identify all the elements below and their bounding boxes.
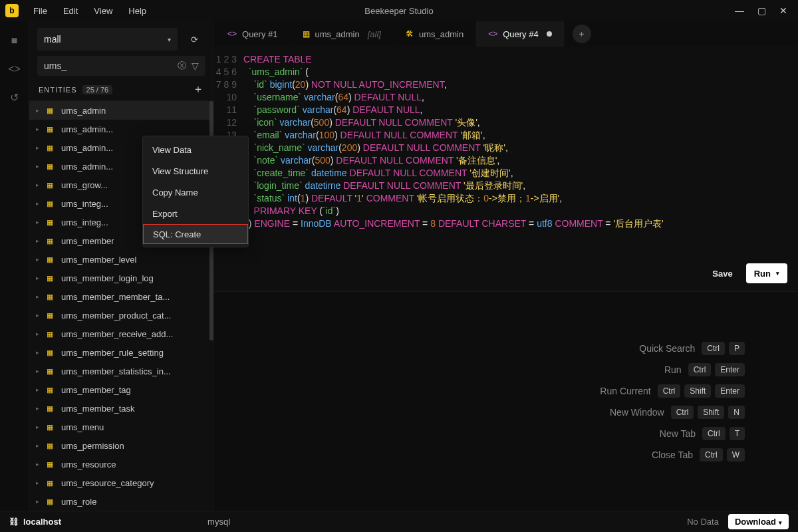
expand-icon[interactable]: ▸: [36, 405, 41, 412]
keycap: Ctrl: [688, 363, 712, 376]
expand-icon[interactable]: ▸: [36, 461, 41, 467]
table-icon: ▦: [47, 255, 56, 264]
history-icon[interactable]: ↺: [8, 90, 21, 104]
sql-editor[interactable]: 1 2 3 4 5 6 7 8 9 10 11 12 13 14 CREATE …: [214, 47, 798, 291]
clear-icon[interactable]: ⓧ: [178, 60, 186, 72]
download-button[interactable]: Download▾: [728, 514, 789, 529]
expand-icon[interactable]: ▸: [36, 144, 41, 151]
context-menu-item[interactable]: SQL: Create: [143, 224, 248, 244]
code-icon[interactable]: <>: [8, 63, 21, 76]
table-item[interactable]: ▸▦ums_admin: [29, 101, 213, 120]
tab[interactable]: <>Query #1: [215, 21, 291, 47]
table-item[interactable]: ▸▦ums_member_task: [29, 399, 213, 418]
table-icon: ▦: [47, 218, 56, 227]
menu-edit[interactable]: Edit: [57, 3, 84, 19]
expand-icon[interactable]: ▸: [36, 312, 41, 319]
shortcut-row: New TabCtrlT: [629, 427, 745, 440]
app-logo: b: [5, 4, 19, 17]
app-title: Beekeeper Studio: [364, 6, 433, 16]
database-icon[interactable]: ≡: [8, 35, 21, 48]
search-value: ums_: [44, 61, 66, 71]
expand-icon[interactable]: ▸: [36, 349, 41, 356]
refresh-button[interactable]: ⟳: [183, 28, 205, 51]
expand-icon[interactable]: ▸: [36, 163, 41, 170]
database-select[interactable]: mall ▾: [37, 28, 178, 51]
expand-icon[interactable]: ▸: [36, 256, 41, 263]
tab[interactable]: 🛠ums_admin: [394, 21, 476, 47]
connection-host[interactable]: ⛓ localhost: [9, 517, 61, 527]
table-icon: ▦: [47, 479, 56, 487]
table-item[interactable]: ▸▦ums_resource: [29, 455, 213, 473]
filter-icon[interactable]: ▽: [192, 61, 199, 71]
table-item[interactable]: ▸▦ums_member_tag: [29, 380, 213, 399]
expand-icon[interactable]: ▸: [36, 219, 41, 225]
expand-icon[interactable]: ▸: [36, 200, 41, 207]
keycap: Ctrl: [658, 384, 681, 398]
context-menu-item[interactable]: View Data: [143, 139, 248, 160]
table-name: ums_admin...: [61, 143, 113, 153]
shortcut-label: Run Current: [585, 386, 651, 396]
table-icon: ▦: [47, 386, 56, 394]
code-area[interactable]: CREATE TABLE `ums_admin` ( `id` bigint(2…: [243, 53, 798, 291]
context-menu-item[interactable]: Copy Name: [143, 182, 248, 203]
table-name: ums_admin...: [61, 124, 113, 134]
sidebar: mall ▾ ⟳ ums_ ⓧ ▽ ENTITIES 25 / 76 ＋ ▸▦u…: [29, 21, 214, 511]
table-icon: ▦: [47, 162, 56, 171]
table-name: ums_resource: [61, 460, 116, 469]
table-item[interactable]: ▸▦ums_member_login_log: [29, 269, 213, 287]
add-tab-button[interactable]: ＋: [573, 25, 591, 43]
expand-icon[interactable]: ▸: [36, 126, 41, 132]
chevron-down-icon[interactable]: ▾: [776, 267, 779, 280]
table-icon: ▦: [47, 367, 56, 376]
close-icon[interactable]: ✕: [779, 5, 787, 16]
expand-icon[interactable]: ▸: [36, 107, 41, 114]
expand-icon[interactable]: ▸: [36, 498, 41, 505]
table-name: ums_member_level: [61, 255, 136, 265]
tab[interactable]: ▦ums_admin[all]: [291, 21, 394, 47]
table-item[interactable]: ▸▦ums_menu: [29, 418, 213, 436]
expand-icon[interactable]: ▸: [36, 479, 41, 486]
table-item[interactable]: ▸▦ums_role: [29, 492, 213, 511]
table-name: ums_member: [61, 236, 114, 246]
expand-icon[interactable]: ▸: [36, 237, 41, 244]
save-button[interactable]: Save: [704, 263, 740, 283]
expand-icon[interactable]: ▸: [36, 293, 41, 300]
expand-icon[interactable]: ▸: [36, 368, 41, 374]
table-name: ums_admin: [61, 106, 106, 116]
expand-icon[interactable]: ▸: [36, 275, 41, 281]
table-name: ums_grow...: [61, 180, 108, 190]
keycap: Enter: [715, 384, 745, 398]
tab[interactable]: <>Query #4: [476, 21, 565, 47]
tab-label: Query #4: [503, 29, 538, 39]
table-item[interactable]: ▸▦ums_member_rule_setting: [29, 343, 213, 362]
add-entity-button[interactable]: ＋: [193, 82, 204, 96]
expand-icon[interactable]: ▸: [36, 331, 41, 337]
expand-icon[interactable]: ▸: [36, 182, 41, 188]
menu-view[interactable]: View: [87, 3, 119, 19]
context-menu-item[interactable]: Export: [143, 203, 248, 224]
run-button[interactable]: Run ▾: [746, 263, 787, 283]
table-item[interactable]: ▸▦ums_permission: [29, 436, 213, 455]
table-item[interactable]: ▸▦ums_member_statistics_in...: [29, 362, 213, 380]
menu-help[interactable]: Help: [122, 3, 153, 19]
maximize-icon[interactable]: ▢: [757, 5, 766, 16]
tab-label: ums_admin: [315, 29, 360, 39]
expand-icon[interactable]: ▸: [36, 386, 41, 393]
menu-file[interactable]: File: [27, 3, 54, 19]
expand-icon[interactable]: ▸: [36, 442, 41, 449]
title-bar: b FileEditViewHelp Beekeeper Studio — ▢ …: [0, 0, 798, 21]
shortcut-row: Quick SearchCtrlP: [628, 342, 745, 355]
table-item[interactable]: ▸▦ums_member_level: [29, 250, 213, 269]
table-item[interactable]: ▸▦ums_member_product_cat...: [29, 306, 213, 325]
table-item[interactable]: ▸▦ums_member_member_ta...: [29, 287, 213, 306]
table-item[interactable]: ▸▦ums_member_receive_add...: [29, 325, 213, 343]
table-name: ums_resource_category: [61, 478, 154, 488]
table-name: ums_member_product_cat...: [61, 311, 171, 321]
minimize-icon[interactable]: —: [735, 5, 744, 16]
expand-icon[interactable]: ▸: [36, 424, 41, 430]
search-input[interactable]: ums_ ⓧ ▽: [37, 56, 205, 76]
shortcut-label: Quick Search: [628, 343, 695, 354]
shortcut-row: RunCtrlEnter: [615, 363, 745, 376]
context-menu-item[interactable]: View Structure: [143, 160, 248, 182]
table-item[interactable]: ▸▦ums_resource_category: [29, 473, 213, 492]
